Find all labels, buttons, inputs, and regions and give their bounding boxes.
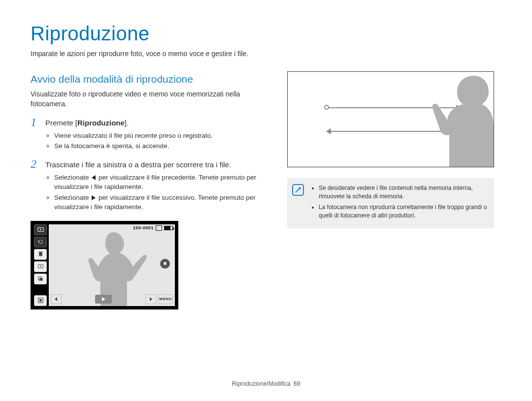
- voice-memo-icon: [160, 259, 170, 269]
- sd-card-icon: [156, 225, 162, 231]
- step1-prefix: Premete [: [45, 119, 77, 127]
- column-right: Se desiderate vedere i file contenuti ne…: [287, 71, 501, 309]
- page-title: Riproduzione: [31, 23, 501, 45]
- step-body: Premete [Riproduzione]. Viene visualizza…: [45, 116, 213, 153]
- play-button: [95, 295, 112, 304]
- page-footer: Riproduzione/Modifica 69: [0, 380, 532, 387]
- step2-bullet-2: Selezionate per visualizzare il file suc…: [54, 193, 267, 212]
- rotate-icon: [34, 237, 47, 247]
- step1-bold: Riproduzione: [77, 119, 125, 127]
- camera-status-bar: 100-0001: [133, 225, 173, 231]
- note-item-2: La fotocamera non riprodurrà correttamen…: [319, 203, 487, 220]
- triangle-left-icon: [92, 175, 96, 180]
- camera-screenshot: 100-0001: [31, 221, 178, 309]
- step-2: 2 Trascinate i file a sinistra o a destr…: [31, 158, 267, 214]
- arrow-head-icon: [326, 128, 331, 134]
- camera-main-view: 100-0001: [49, 224, 175, 306]
- triangle-right-icon: [92, 195, 96, 200]
- column-left: Avvio della modalità di riproduzione Vis…: [31, 71, 267, 309]
- svg-rect-3: [38, 252, 42, 253]
- section-intro: Visualizzate foto o riproducete video e …: [31, 89, 267, 109]
- step1-suffix: ].: [125, 119, 129, 127]
- delete-icon: [34, 249, 47, 260]
- manual-page: Riproduzione Imparate le azioni per ripr…: [0, 0, 532, 401]
- camera-side-toolbar: [34, 224, 47, 306]
- step2-bullets: Selezionate per visualizzare il file pre…: [45, 173, 267, 212]
- svg-rect-9: [39, 300, 42, 302]
- slideshow-icon: [34, 261, 47, 272]
- step1-bullet-1: Viene visualizzato il file più recente p…: [54, 131, 213, 141]
- playback-mode-icon: [34, 224, 47, 235]
- swipe-illustration: [287, 71, 494, 167]
- step-1: 1 Premete [Riproduzione]. Viene visualiz…: [31, 116, 267, 153]
- step2-text: Trascinate i file a sinistra o a destra …: [45, 160, 231, 169]
- svg-rect-2: [39, 253, 42, 256]
- footer-section: Riproduzione/Modifica: [232, 380, 291, 387]
- note-icon: [292, 184, 304, 196]
- svg-marker-5: [40, 266, 41, 267]
- content-columns: Avvio della modalità di riproduzione Vis…: [31, 71, 501, 309]
- page-intro: Imparate le azioni per riprodurre foto, …: [31, 50, 501, 58]
- step2-bullet-1: Selezionate per visualizzare il file pre…: [54, 173, 267, 192]
- step-number: 1: [31, 116, 39, 153]
- camera-bottom-bar: MENU: [51, 294, 173, 304]
- thumbnail-icon: [34, 295, 47, 306]
- svg-marker-12: [150, 297, 152, 301]
- svg-marker-10: [55, 297, 57, 301]
- file-counter: 100-0001: [133, 225, 154, 230]
- next-file-button: [145, 294, 156, 304]
- b1-pre: Selezionate: [54, 174, 91, 181]
- note-item-1: Se desiderate vedere i file contenuti ne…: [319, 184, 487, 201]
- svg-rect-7: [39, 278, 43, 281]
- svg-marker-11: [102, 297, 105, 301]
- step-body: Trascinate i file a sinistra o a destra …: [45, 158, 267, 214]
- svg-marker-1: [39, 229, 41, 230]
- step1-bullets: Viene visualizzato il file più recente p…: [45, 131, 213, 151]
- prev-file-button: [51, 294, 62, 304]
- arrow-origin-dot: [324, 105, 329, 110]
- multi-view-icon: [34, 274, 47, 284]
- footer-page-number: 69: [294, 380, 300, 387]
- note-list: Se desiderate vedere i file contenuti ne…: [311, 184, 487, 222]
- battery-icon: [164, 226, 173, 230]
- step-number: 2: [31, 158, 39, 214]
- step1-bullet-2: Se la fotocamera è spenta, si accende.: [54, 141, 213, 151]
- note-box: Se desiderate vedere i file contenuti ne…: [287, 178, 494, 228]
- steps-list: 1 Premete [Riproduzione]. Viene visualiz…: [31, 116, 267, 214]
- adult-silhouette: [420, 71, 494, 167]
- b2-pre: Selezionate: [54, 194, 91, 201]
- section-heading: Avvio della modalità di riproduzione: [31, 73, 267, 85]
- menu-button: MENU: [158, 294, 173, 304]
